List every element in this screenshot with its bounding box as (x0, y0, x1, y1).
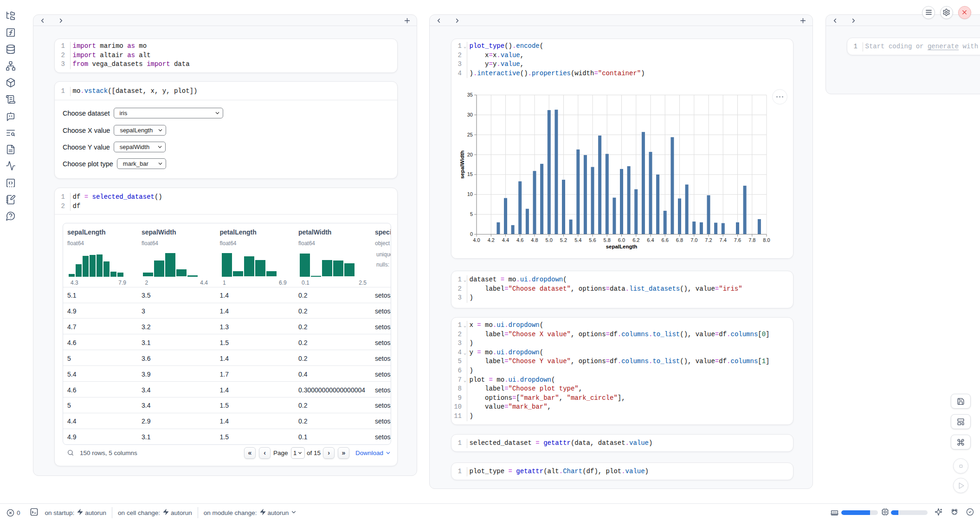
svg-text:20: 20 (467, 152, 473, 157)
svg-text:7.4: 7.4 (720, 237, 727, 243)
svg-text:5.2: 5.2 (560, 237, 567, 243)
svg-text:8.0: 8.0 (763, 237, 770, 243)
svg-text:35: 35 (467, 92, 473, 98)
svg-text:6.6: 6.6 (662, 237, 669, 243)
svg-text:7.0: 7.0 (690, 237, 697, 243)
svg-text:7.8: 7.8 (748, 237, 755, 243)
svg-text:6.0: 6.0 (618, 237, 625, 243)
svg-text:sepalWidth: sepalWidth (459, 150, 465, 179)
svg-text:7.2: 7.2 (705, 237, 712, 243)
svg-text:4.6: 4.6 (516, 237, 523, 243)
svg-text:5: 5 (470, 211, 473, 217)
svg-text:0: 0 (470, 231, 473, 237)
svg-text:4.8: 4.8 (531, 237, 538, 243)
svg-text:6.4: 6.4 (647, 237, 654, 243)
svg-text:6.2: 6.2 (632, 237, 639, 243)
svg-text:4.2: 4.2 (488, 237, 495, 243)
svg-text:15: 15 (467, 171, 473, 177)
svg-text:4.4: 4.4 (502, 237, 509, 243)
svg-text:30: 30 (467, 112, 473, 117)
svg-text:sepalLength: sepalLength (606, 244, 638, 249)
svg-text:4.0: 4.0 (473, 237, 480, 243)
svg-text:7.6: 7.6 (734, 237, 741, 243)
svg-text:10: 10 (467, 191, 473, 197)
svg-text:5.0: 5.0 (546, 237, 553, 243)
svg-text:5.6: 5.6 (589, 237, 596, 243)
svg-text:5.4: 5.4 (574, 237, 581, 243)
svg-text:25: 25 (467, 132, 473, 137)
svg-text:5.8: 5.8 (604, 237, 611, 243)
svg-text:6.8: 6.8 (676, 237, 683, 243)
